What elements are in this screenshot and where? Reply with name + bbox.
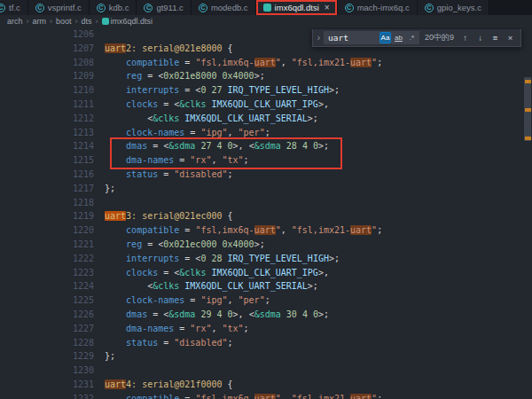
code-line[interactable]: 1210 interrupts = <0 27 IRQ_TYPE_LEVEL_H… [0,83,532,98]
editor-pane[interactable]: 12061207uart2: serial@021e8000 {1208 com… [0,27,532,399]
line-number: 1210 [0,83,105,98]
breadcrumb-label: arch [7,17,23,26]
code-area[interactable]: 12061207uart2: serial@021e8000 {1208 com… [0,27,532,399]
match-ruler-tick [525,138,531,140]
code-line[interactable]: 1225 clock-names = "ipg", "per"; [0,293,532,308]
find-results-count: 20中的9 [425,32,454,43]
breadcrumb-item-arm[interactable]: arm [33,17,47,26]
line-number: 1212 [0,112,105,126]
tab-vsprintf.c[interactable]: Cvsprintf.c [28,0,90,15]
tab-kdb.c[interactable]: Ckdb.c [90,0,137,15]
code-line[interactable]: 1221 reg = <0x021ec000 0x4000>; [0,238,532,252]
match-case-toggle-icon[interactable]: Aa [379,32,391,43]
line-number: 1225 [0,293,105,308]
code-line[interactable]: 1230 [0,364,532,378]
search-match: uart [350,225,372,235]
line-number: 1232 [0,392,105,399]
close-find-icon[interactable]: × [505,32,516,43]
current-search-match: uart [105,211,126,221]
tab-label: gpio_keys.c [437,3,481,12]
line-content: clock-names = "ipg", "per"; [105,293,270,308]
code-line[interactable]: 1213 clock-names = "ipg", "per"; [0,126,532,140]
breadcrumb-separator-icon: › [96,17,98,26]
code-line[interactable]: 1212 <&clks IMX6QDL_CLK_UART_SERIAL>; [0,112,532,126]
line-content: compatible = "fsl,imx6q-uart", "fsl,imx2… [105,223,382,238]
line-content: dma-names = "rx", "tx"; [105,153,249,168]
breadcrumb-item-dts[interactable]: dts [82,17,92,26]
code-line[interactable]: 1228 status = "disabled"; [0,336,532,350]
line-content: <&clks IMX6QDL_CLK_UART_SERIAL>; [105,279,318,293]
code-line[interactable]: 1232 compatible = "fsl,imx6q-uart", "fsl… [0,392,532,399]
line-content: status = "disabled"; [105,168,233,182]
line-number: 1223 [0,266,105,280]
next-match-icon[interactable]: ↓ [474,32,486,43]
breadcrumb-separator-icon: › [75,17,78,26]
breadcrumb-label: arm [33,17,47,26]
code-line[interactable]: 1229}; [0,349,532,364]
line-number: 1207 [0,42,105,56]
code-line[interactable]: 1211 clocks = <&clks IMX6QDL_CLK_UART_IP… [0,98,532,112]
code-line[interactable]: 1218 [0,196,532,210]
tab-label: modedb.c [211,3,248,12]
line-content: reg = <0x021ec000 0x4000>; [105,238,265,252]
search-match: uart [350,394,372,399]
c-file-icon: C [35,4,44,12]
code-line[interactable]: 1217}; [0,182,532,196]
whole-word-toggle-icon[interactable]: ab [393,32,404,43]
code-line[interactable]: 1214 dmas = <&sdma 27 4 0>, <&sdma 28 4 … [0,139,532,153]
line-number: 1230 [0,364,105,378]
breadcrumb-item-boot[interactable]: boot [56,17,72,26]
vscode-window: Ctf.cCvsprintf.cCkdb.cCgt911.cCmodedb.ci… [0,0,532,399]
breadcrumb-item-imx6qdl.dtsi[interactable]: imx6qdl.dtsi [102,17,153,26]
line-content: uart3: serial@021ec000 { [105,209,233,223]
line-number: 1222 [0,252,105,266]
dtsi-file-icon [263,4,271,12]
find-in-selection-icon[interactable]: ≡ [489,32,501,43]
line-number: 1211 [0,98,105,112]
scrollbar[interactable] [523,27,532,399]
line-content: clock-names = "ipg", "per"; [105,126,270,140]
code-line[interactable]: 1208 compatible = "fsl,imx6q-uart", "fsl… [0,56,532,70]
code-line[interactable]: 1216 status = "disabled"; [0,168,532,182]
code-line[interactable]: 1224 <&clks IMX6QDL_CLK_UART_SERIAL>; [0,279,532,293]
breadcrumb-item-arch[interactable]: arch [7,17,23,26]
search-match: uart [254,225,276,235]
c-file-icon: C [0,4,5,12]
line-content: dma-names = "rx", "tx"; [105,322,249,336]
find-input[interactable]: uart Aa ab .* [324,31,419,44]
line-content: uart4: serial@021f0000 { [105,378,233,392]
regex-toggle-icon[interactable]: .* [406,32,418,43]
tab-gt911.c[interactable]: Cgt911.c [137,0,191,15]
code-line[interactable]: 1219uart3: serial@021ec000 { [0,209,532,223]
tab-modedb.c[interactable]: Cmodedb.c [192,0,256,15]
tab-label: mach-imx6q.c [357,3,410,12]
tab-mach-imx6q.c[interactable]: Cmach-imx6q.c [338,0,418,15]
find-expand-chevron-icon[interactable]: › [317,33,320,43]
line-content: status = "disabled"; [105,336,233,350]
tab-tf.c[interactable]: Ctf.c [0,0,28,15]
code-line[interactable]: 1227 dma-names = "rx", "tx"; [0,322,532,336]
breadcrumb-separator-icon: › [50,17,52,26]
tab-label: imx6qdl.dtsi [275,3,319,12]
line-number: 1218 [0,196,105,210]
code-line[interactable]: 1222 interrupts = <0 28 IRQ_TYPE_LEVEL_H… [0,252,532,266]
code-line[interactable]: 1209 reg = <0x021e8000 0x4000>; [0,69,532,83]
breadcrumb-label: dts [82,17,92,26]
search-match: uart [350,58,372,67]
tab-imx6qdl.dtsi[interactable]: imx6qdl.dtsi× [256,0,338,15]
line-number: 1206 [0,27,105,42]
find-query-text[interactable]: uart [328,33,378,43]
c-file-icon: C [97,4,106,12]
code-line[interactable]: 1231uart4: serial@021f0000 { [0,378,532,392]
search-match: uart [105,43,126,53]
code-line[interactable]: 1215 dma-names = "rx", "tx"; [0,153,532,168]
tab-bar: Ctf.cCvsprintf.cCkdb.cCgt911.cCmodedb.ci… [0,0,532,15]
code-line[interactable]: 1226 dmas = <&sdma 29 4 0>, <&sdma 30 4 … [0,308,532,322]
previous-match-icon[interactable]: ↑ [459,32,471,43]
code-line[interactable]: 1223 clocks = <&clks IMX6QDL_CLK_UART_IP… [0,266,532,280]
line-number: 1213 [0,126,105,140]
line-number: 1217 [0,182,105,196]
tab-gpio_keys.c[interactable]: Cgpio_keys.c [418,0,489,15]
code-line[interactable]: 1220 compatible = "fsl,imx6q-uart", "fsl… [0,223,532,238]
tab-close-icon[interactable]: × [325,3,330,12]
